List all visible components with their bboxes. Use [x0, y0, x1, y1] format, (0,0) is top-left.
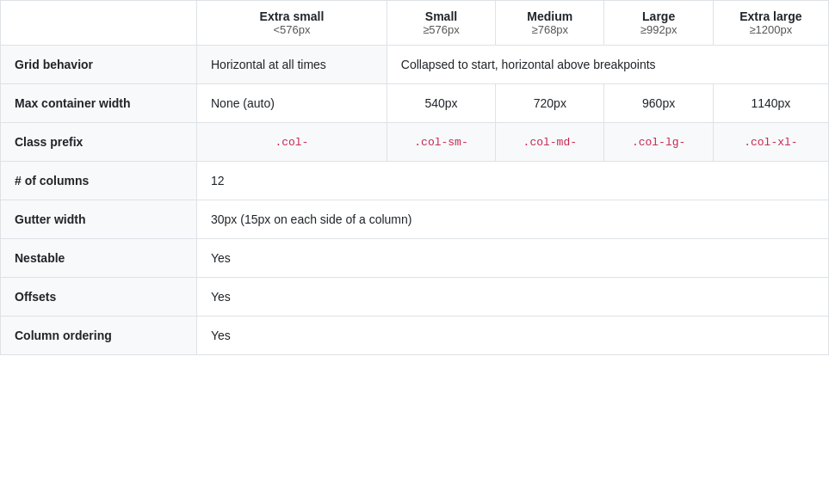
row-max-container-lg: 960px [604, 84, 713, 123]
row-nestable-value: Yes [197, 239, 829, 278]
row-num-columns: # of columns 12 [1, 162, 829, 200]
header-extra-small: Extra small <576px [197, 1, 387, 46]
row-nestable: Nestable Yes [1, 239, 829, 278]
grid-table-wrapper: Extra small <576px Small ≥576px Medium ≥… [0, 0, 829, 355]
row-class-prefix-xl: .col-xl- [713, 123, 828, 162]
row-grid-behavior-col1: Horizontal at all times [197, 46, 387, 84]
grid-table: Extra small <576px Small ≥576px Medium ≥… [0, 0, 829, 355]
row-label-column-ordering: Column ordering [1, 317, 197, 355]
header-small: Small ≥576px [387, 1, 495, 46]
row-offsets-value: Yes [197, 278, 829, 317]
row-grid-behavior: Grid behavior Horizontal at all times Co… [1, 46, 829, 84]
header-extra-large: Extra large ≥1200px [713, 1, 828, 46]
row-class-prefix-lg: .col-lg- [604, 123, 713, 162]
table-header-row: Extra small <576px Small ≥576px Medium ≥… [1, 1, 829, 46]
row-class-prefix: Class prefix .col- .col-sm- .col-md- .co… [1, 123, 829, 162]
header-medium: Medium ≥768px [496, 1, 604, 46]
row-column-ordering-value: Yes [197, 317, 829, 355]
row-max-container-width: Max container width None (auto) 540px 72… [1, 84, 829, 123]
row-label-grid-behavior: Grid behavior [1, 46, 197, 84]
row-num-columns-value: 12 [197, 162, 829, 200]
row-max-container-sm: 540px [387, 84, 495, 123]
row-label-offsets: Offsets [1, 278, 197, 317]
row-class-prefix-sm: .col-sm- [387, 123, 495, 162]
row-label-num-columns: # of columns [1, 162, 197, 200]
row-label-max-container-width: Max container width [1, 84, 197, 123]
row-class-prefix-xs: .col- [197, 123, 387, 162]
row-max-container-md: 720px [496, 84, 604, 123]
row-label-nestable: Nestable [1, 239, 197, 278]
row-gutter-width: Gutter width 30px (15px on each side of … [1, 200, 829, 239]
row-grid-behavior-col2: Collapsed to start, horizontal above bre… [387, 46, 828, 84]
header-large: Large ≥992px [604, 1, 713, 46]
header-empty [1, 1, 197, 46]
row-label-gutter-width: Gutter width [1, 200, 197, 239]
row-max-container-xl: 1140px [713, 84, 828, 123]
row-class-prefix-md: .col-md- [496, 123, 604, 162]
row-label-class-prefix: Class prefix [1, 123, 197, 162]
row-column-ordering: Column ordering Yes [1, 317, 829, 355]
row-gutter-width-value: 30px (15px on each side of a column) [197, 200, 829, 239]
row-max-container-xs: None (auto) [197, 84, 387, 123]
row-offsets: Offsets Yes [1, 278, 829, 317]
